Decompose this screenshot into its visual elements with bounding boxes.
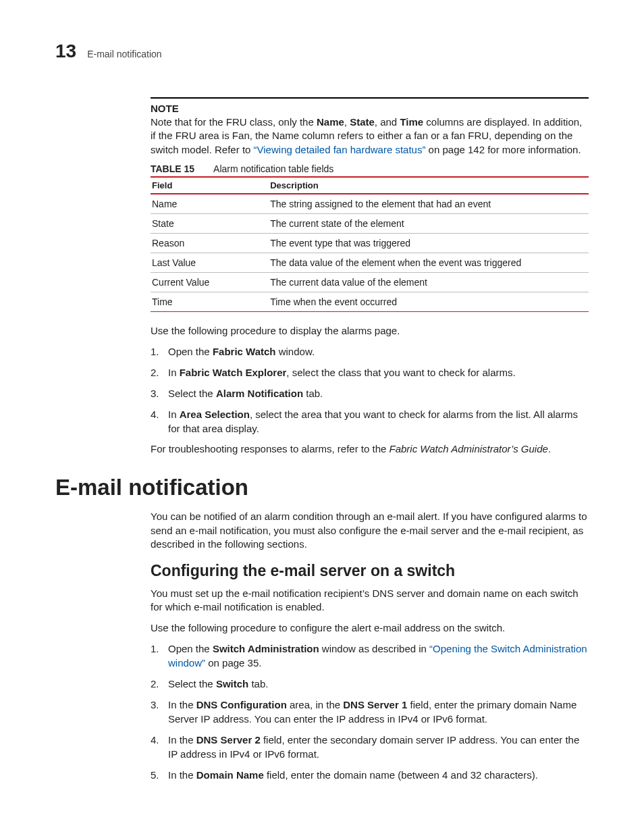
list-number: 2. bbox=[151, 677, 168, 691]
cell-field: Name bbox=[151, 194, 269, 214]
text: window as described in bbox=[319, 643, 429, 654]
text-bold: Switch Administration bbox=[213, 643, 319, 654]
list-item: 3. Select the Alarm Notification tab. bbox=[151, 386, 589, 400]
table-row: NameThe string assigned to the element t… bbox=[151, 194, 589, 214]
text-bold: Domain Name bbox=[196, 769, 264, 781]
text-italic: Fabric Watch Administrator’s Guide bbox=[390, 443, 548, 454]
list-item: 5. In the Domain Name field, enter the d… bbox=[151, 768, 589, 782]
text-bold: Area Selection bbox=[180, 409, 250, 420]
text: Note that for the FRU class, only the bbox=[151, 116, 317, 128]
heading-email-notification: E-mail notification bbox=[55, 475, 589, 500]
email-intro: You can be notified of an alarm conditio… bbox=[151, 510, 589, 551]
text: In the bbox=[168, 699, 196, 710]
text: . bbox=[548, 443, 551, 454]
cell-field: Reason bbox=[151, 233, 269, 253]
text: field, enter the domain name (between 4 … bbox=[264, 769, 538, 781]
table-caption-label: TABLE 15 bbox=[151, 163, 194, 174]
table-row: TimeTime when the event occurred bbox=[151, 292, 589, 311]
text: tab. bbox=[303, 388, 323, 399]
text-bold: DNS Configuration bbox=[196, 699, 287, 710]
text: , and bbox=[375, 116, 400, 128]
text: Open the bbox=[168, 643, 213, 654]
note-text: Note that for the FRU class, only the Na… bbox=[151, 115, 589, 157]
rule-table-bottom bbox=[151, 311, 589, 312]
text: In the bbox=[168, 769, 196, 781]
chapter-title: E-mail notification bbox=[87, 49, 162, 59]
cell-field: State bbox=[151, 213, 269, 233]
text-bold: Name bbox=[317, 116, 344, 128]
text-bold: Fabric Watch bbox=[213, 346, 276, 357]
chapter-number: 13 bbox=[55, 41, 76, 62]
list-number: 4. bbox=[151, 733, 168, 747]
text: on page 35. bbox=[205, 657, 261, 669]
cell-desc: The current state of the element bbox=[269, 213, 589, 233]
list-number: 3. bbox=[151, 386, 168, 400]
procedure-list-1: 1. Open the Fabric Watch window. 2. In F… bbox=[151, 344, 589, 436]
cell-field: Current Value bbox=[151, 272, 269, 292]
list-item: 1. Open the Switch Administration window… bbox=[151, 642, 589, 670]
text: , select the class that you want to chec… bbox=[286, 367, 515, 378]
text: Select the bbox=[168, 388, 216, 399]
text: area, in the bbox=[287, 699, 343, 710]
procedure-intro: Use the following procedure to display t… bbox=[151, 324, 589, 338]
list-item: 1. Open the Fabric Watch window. bbox=[151, 344, 589, 359]
list-number: 4. bbox=[151, 407, 168, 421]
rule-note-top bbox=[151, 97, 589, 99]
cell-desc: The current data value of the element bbox=[269, 272, 589, 292]
list-number: 1. bbox=[151, 642, 168, 656]
list-item: 4. In the DNS Server 2 field, enter the … bbox=[151, 733, 589, 761]
list-item: 3. In the DNS Configuration area, in the… bbox=[151, 698, 589, 726]
table-row: StateThe current state of the element bbox=[151, 213, 589, 233]
list-item: 4. In Area Selection, select the area th… bbox=[151, 407, 589, 436]
text: Open the bbox=[168, 346, 213, 357]
cell-desc: Time when the event occurred bbox=[269, 292, 589, 311]
procedure-list-2: 1. Open the Switch Administration window… bbox=[151, 642, 589, 782]
text: on page 142 for more information. bbox=[425, 144, 581, 155]
link-viewing-fan-status[interactable]: “Viewing detailed fan hardware status” bbox=[254, 144, 426, 155]
text: , bbox=[344, 116, 350, 128]
text-bold: DNS Server 2 bbox=[196, 734, 261, 746]
cell-desc: The event type that was triggered bbox=[269, 233, 589, 253]
text-bold: Alarm Notification bbox=[216, 388, 303, 399]
cell-field: Last Value bbox=[151, 253, 269, 272]
list-item: 2. In Fabric Watch Explorer, select the … bbox=[151, 365, 589, 380]
cell-desc: The data value of the element when the e… bbox=[269, 253, 589, 272]
text: tab. bbox=[248, 678, 268, 689]
table-row: Current ValueThe current data value of t… bbox=[151, 272, 589, 292]
table-caption-text: Alarm notification table fields bbox=[213, 163, 333, 174]
table-head-desc: Description bbox=[269, 178, 589, 193]
list-number: 5. bbox=[151, 768, 168, 782]
cell-desc: The string assigned to the element that … bbox=[269, 194, 589, 214]
note-label: NOTE bbox=[151, 103, 589, 114]
list-item: 2. Select the Switch tab. bbox=[151, 677, 589, 691]
table-head-field: Field bbox=[151, 178, 269, 193]
text: window. bbox=[276, 346, 315, 357]
list-number: 3. bbox=[151, 698, 168, 712]
text: In bbox=[168, 367, 180, 378]
text: In the bbox=[168, 734, 196, 746]
text-bold: Switch bbox=[216, 678, 248, 689]
email-p2: Use the following procedure to configure… bbox=[151, 621, 589, 635]
text-bold: Fabric Watch Explorer bbox=[180, 367, 287, 378]
troubleshoot-text: For troubleshooting responses to alarms,… bbox=[151, 442, 589, 456]
cell-field: Time bbox=[151, 292, 269, 311]
table-alarm-fields: Field Description NameThe string assigne… bbox=[151, 178, 589, 311]
text: In bbox=[168, 409, 180, 420]
text: Select the bbox=[168, 678, 216, 689]
text-bold: DNS Server 1 bbox=[343, 699, 407, 710]
text-bold: Time bbox=[400, 116, 423, 128]
text-bold: State bbox=[350, 116, 375, 128]
email-p1: You must set up the e-mail notification … bbox=[151, 587, 589, 615]
page-header: 13 E-mail notification bbox=[55, 41, 589, 62]
table-row: ReasonThe event type that was triggered bbox=[151, 233, 589, 253]
text: For troubleshooting responses to alarms,… bbox=[151, 443, 390, 454]
table-row: Last ValueThe data value of the element … bbox=[151, 253, 589, 272]
list-number: 2. bbox=[151, 365, 168, 380]
heading-config-email-server: Configuring the e-mail server on a switc… bbox=[151, 562, 589, 580]
list-number: 1. bbox=[151, 344, 168, 359]
table-caption: TABLE 15Alarm notification table fields bbox=[151, 163, 589, 174]
